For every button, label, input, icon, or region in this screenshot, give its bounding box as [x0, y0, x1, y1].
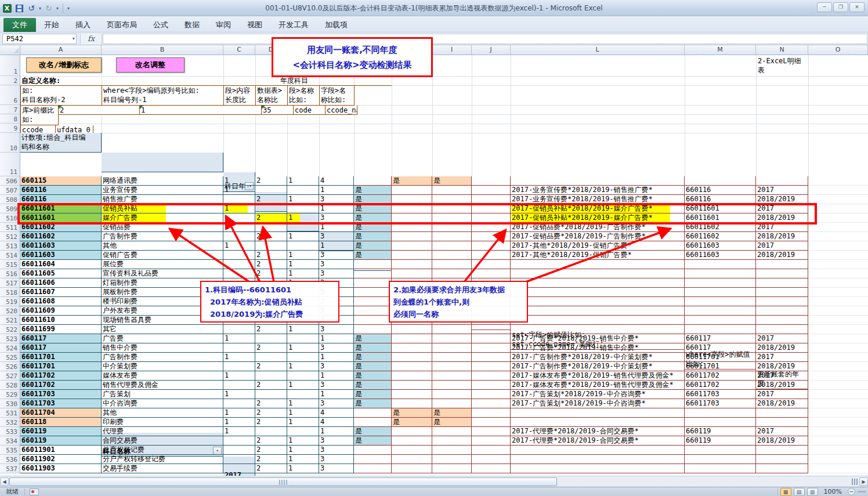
cell-rename-flag[interactable] [354, 297, 392, 306]
cell-gap-flag[interactable] [472, 464, 511, 473]
cell-name[interactable]: 网络通讯费 [102, 176, 223, 186]
row-header-9[interactable]: 9 [0, 124, 20, 133]
maximize-button[interactable]: ❐ [833, 2, 848, 12]
cell-plan3-basis[interactable]: 66011702 [685, 371, 756, 381]
cell-gap-flag[interactable] [472, 399, 511, 408]
cell-empty[interactable] [808, 297, 868, 306]
page-break-view-icon[interactable]: ▥ [807, 488, 818, 496]
cell-plan4-year[interactable]: 2017 [756, 334, 808, 343]
row-header-534[interactable]: 534 [0, 436, 20, 446]
cell-postadd-flag[interactable]: 是 [432, 176, 472, 186]
cell-total[interactable]: 1 [319, 186, 354, 195]
cell-empty[interactable] [808, 260, 868, 269]
cell-2017[interactable] [223, 251, 255, 260]
row-header-11[interactable]: 11 [0, 153, 20, 176]
zoom-slider[interactable] [858, 491, 866, 493]
horizontal-scrollbar[interactable]: ◀ ▶ [0, 476, 868, 487]
cell-plan3-basis[interactable] [685, 418, 756, 427]
cell-plan3-basis[interactable]: 66011602 [685, 223, 756, 232]
cell-rename-flag[interactable]: 是 [354, 195, 392, 204]
cell-code[interactable]: 66011699 [20, 325, 102, 334]
cell-name[interactable]: 销售代理费及佣金 [102, 381, 223, 390]
cell-gap-flag[interactable] [472, 195, 511, 204]
cell-plan2[interactable]: 2017-广告制作费*2018/2019-中介策划费* [511, 362, 685, 371]
row-header-523[interactable]: 523 [0, 334, 20, 343]
cell-plan3-basis[interactable] [685, 176, 756, 186]
cell-plan4-year[interactable] [756, 408, 808, 418]
cell-2019[interactable] [287, 334, 319, 343]
cell-code[interactable]: 660116 [20, 186, 102, 195]
cell-rename-flag[interactable]: 是 [354, 186, 392, 195]
cell-adddel-flag[interactable] [392, 195, 432, 204]
row-header-518[interactable]: 518 [0, 288, 20, 297]
cell-2019[interactable] [287, 390, 319, 399]
column-header-A[interactable]: A [20, 45, 102, 55]
cell-2018[interactable]: 2 [255, 232, 287, 241]
cell-empty[interactable] [808, 455, 868, 464]
cell-plan2[interactable] [511, 306, 685, 316]
row-header-517[interactable]: 517 [0, 278, 20, 288]
cell-rename-flag[interactable] [354, 316, 392, 325]
cell-name[interactable]: 促销广告费 [102, 251, 223, 260]
cell-adddel-flag[interactable] [392, 260, 432, 269]
cell-rename-flag[interactable]: 是 [354, 343, 392, 353]
cell-plan3-basis[interactable]: 660119 [685, 427, 756, 436]
cell-empty[interactable] [808, 232, 868, 241]
cell-2017[interactable]: 1 [223, 353, 255, 362]
cell-plan4-year[interactable]: 2018/2019 [756, 343, 808, 353]
cell-rename-flag[interactable] [354, 306, 392, 316]
cell-postadd-flag[interactable]: 是 [432, 408, 472, 418]
cell-plan4-year[interactable]: 2018/2019 [756, 251, 808, 260]
cell-gap-flag[interactable] [472, 232, 511, 241]
cell-postadd-flag[interactable] [432, 446, 472, 455]
cell-empty[interactable] [808, 427, 868, 436]
cell-postadd-flag[interactable] [432, 371, 472, 381]
cell-rename-flag[interactable] [354, 464, 392, 473]
cell-total[interactable]: 1 [319, 223, 354, 232]
cell-empty[interactable] [808, 408, 868, 418]
cell-adddel-flag[interactable] [392, 455, 432, 464]
cell-empty[interactable] [808, 343, 868, 353]
cell-name[interactable]: 分户产权转移登记费 [102, 455, 223, 464]
cell-plan3-basis[interactable]: 660116 [685, 195, 756, 204]
cell-postadd-flag[interactable] [432, 232, 472, 241]
cell-code[interactable]: 660118 [20, 418, 102, 427]
cell-plan2[interactable] [511, 278, 685, 288]
cell-code[interactable]: 66011602 [20, 223, 102, 232]
cell-2017[interactable]: 1 [223, 334, 255, 343]
row-header-509[interactable]: 509 [0, 204, 20, 213]
cell-2019[interactable] [287, 353, 319, 362]
cell-empty[interactable] [808, 371, 868, 381]
cell-2017[interactable] [223, 362, 255, 371]
cell-postadd-flag[interactable] [432, 427, 472, 436]
cell-plan3-basis[interactable] [685, 269, 756, 278]
cell-adddel-flag[interactable] [392, 353, 432, 362]
cell-2018[interactable]: 2 [255, 446, 287, 455]
row-header-507[interactable]: 507 [0, 186, 20, 195]
cell-plan4-year[interactable]: 2017 [756, 186, 808, 195]
cell-postadd-flag[interactable] [432, 251, 472, 260]
cell-postadd-flag[interactable] [432, 195, 472, 204]
cell-empty[interactable] [808, 213, 868, 223]
tab-0[interactable]: 开始 [36, 18, 67, 32]
cell-2019[interactable] [287, 204, 319, 213]
cell-plan2[interactable]: 2017-促销品费*2018/2019-广告制作费* [511, 223, 685, 232]
helper-value-1[interactable]: 1 [140, 106, 262, 115]
tab-6[interactable]: 视图 [239, 18, 270, 32]
rename-adjust-button[interactable]: 改名调整 [116, 57, 185, 73]
cell-rename-flag[interactable] [354, 325, 392, 334]
cell-code[interactable]: 66011903 [20, 464, 102, 473]
cell-adddel-flag[interactable] [392, 186, 432, 195]
cell-plan2[interactable]: 2017-广告费*2018/2019-销售中介费* [511, 343, 685, 353]
pivot-count-header[interactable]: 计数项:组合_科目编 码和名称 [20, 133, 102, 153]
cell-2019[interactable]: 1 [287, 446, 319, 455]
cell-plan2[interactable] [511, 176, 685, 186]
cell-plan4-year[interactable] [756, 288, 808, 297]
cell-name[interactable]: 印刷费 [102, 418, 223, 427]
cell-total[interactable]: 3 [319, 446, 354, 455]
cell-total[interactable]: 3 [319, 269, 354, 278]
cell-2019[interactable] [287, 371, 319, 381]
cell-total[interactable]: 3 [319, 213, 354, 223]
cell-rename-flag[interactable]: 是 [354, 381, 392, 390]
tab-file[interactable]: 文件 [3, 18, 36, 32]
